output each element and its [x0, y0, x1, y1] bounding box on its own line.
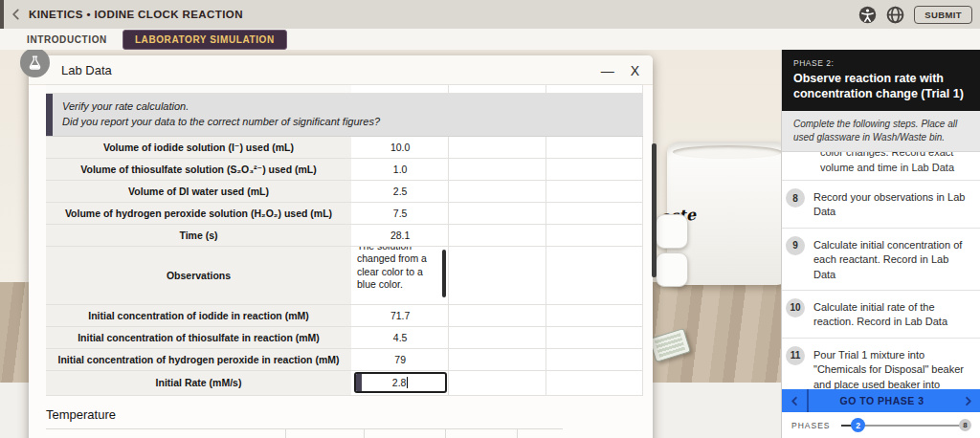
- trial2-cell[interactable]: [449, 225, 546, 246]
- trial1-cell[interactable]: 2.5: [352, 181, 449, 202]
- tab-introduction[interactable]: INTRODUCTION: [27, 34, 107, 45]
- phase-title: Observe reaction rate with concentration…: [793, 71, 969, 101]
- phases-progress: PHASES 2 8: [782, 412, 980, 438]
- trial2-cell[interactable]: [449, 305, 546, 326]
- trial1-cell[interactable]: 4.5: [352, 327, 449, 348]
- tab-laboratory-simulation[interactable]: LABORATORY SIMULATION: [122, 30, 287, 50]
- trial3-cell[interactable]: [546, 181, 643, 202]
- trial2-cell[interactable]: [449, 181, 546, 202]
- row-label: Initial Rate (mM/s): [46, 371, 352, 395]
- step-number: 8: [786, 188, 805, 208]
- phase-note: Complete the following steps. Place all …: [782, 111, 980, 152]
- trial2-cell[interactable]: [449, 327, 546, 348]
- text-caret: [407, 377, 408, 388]
- wash-waste-bin-rim: [673, 145, 782, 159]
- table-row: Volume of iodide solution (I⁻) used (mL)…: [46, 137, 643, 159]
- trial1-cell: 2.8: [352, 371, 449, 395]
- trial2-cell[interactable]: [449, 137, 546, 158]
- scene-tool-button-bottom[interactable]: [656, 252, 688, 287]
- trial2-cell[interactable]: [449, 159, 546, 180]
- step-item-8: 8 Record your observations in Lab Data: [782, 181, 980, 229]
- step-number: 11: [786, 346, 805, 365]
- step-item-10: 10 Calculate initial rate of the reactio…: [782, 291, 980, 339]
- observations-scrollbar[interactable]: [442, 250, 446, 297]
- go-to-phase-bar: GO TO PHASE 3: [782, 389, 980, 412]
- trial2-cell[interactable]: [449, 349, 546, 370]
- note-line-1: Verify your rate calculation.: [62, 99, 380, 115]
- submit-button[interactable]: SUBMIT: [914, 6, 972, 24]
- table-row: Time (s) 28.1: [46, 225, 643, 247]
- trial1-cell[interactable]: 71.7: [352, 305, 449, 326]
- step-text: Record your observations in Lab Data: [813, 188, 972, 220]
- row-label: Time (s): [46, 225, 352, 246]
- topbar-actions: SUBMIT: [858, 0, 972, 29]
- trial3-cell[interactable]: [546, 247, 643, 304]
- trial1-cell[interactable]: 1.0: [352, 159, 449, 180]
- step-text: Calculate initial rate of the reaction. …: [813, 298, 972, 330]
- trial3-cell[interactable]: [546, 225, 643, 246]
- trial1-cell[interactable]: 28.1: [352, 225, 449, 246]
- trial3-cell[interactable]: [546, 327, 643, 348]
- step-number: 10: [786, 298, 805, 318]
- table-row: Volume of DI water used (mL) 2.5: [46, 181, 643, 203]
- step-item-clipped: color changes. Record exact volume and t…: [782, 152, 980, 181]
- trial2-cell[interactable]: [449, 203, 546, 224]
- step-number: 9: [786, 236, 805, 255]
- step-clipped-text: color changes. Record exact volume and t…: [782, 152, 980, 175]
- accessibility-icon: [858, 6, 877, 24]
- previous-phase-button[interactable]: [782, 389, 809, 412]
- trial1-cell[interactable]: 10.0: [352, 137, 449, 158]
- row-label: Volume of DI water used (mL): [46, 181, 352, 202]
- input-grip: [356, 374, 362, 391]
- window-scrollbar[interactable]: [652, 143, 657, 277]
- topbar: KINETICS • IODINE CLOCK REACTION SUBMIT: [0, 0, 980, 29]
- window-title: Lab Data: [61, 63, 112, 77]
- flask-icon: [20, 50, 50, 77]
- initial-rate-input[interactable]: 2.8: [354, 372, 447, 393]
- trial3-cell[interactable]: [546, 349, 643, 370]
- table-row-clipped: [46, 84, 643, 94]
- current-phase-badge: 2: [851, 418, 865, 432]
- row-label: Initial concentration of thiosulfate in …: [46, 327, 352, 348]
- table-row: Initial concentration of hydrogen peroxi…: [46, 349, 643, 371]
- trial3-cell[interactable]: [546, 371, 643, 395]
- minimize-button[interactable]: —: [601, 64, 614, 77]
- go-to-phase-button[interactable]: GO TO PHASE 3: [809, 389, 955, 412]
- trial3-cell[interactable]: [546, 305, 643, 326]
- observations-row: Observations The solution changed from a…: [46, 247, 643, 305]
- trial3-cell[interactable]: [546, 159, 643, 180]
- step-text: Calculate initial concentration of each …: [813, 236, 972, 282]
- note-text: Verify your rate calculation. Did you re…: [53, 94, 390, 136]
- simulation-stage: aste Lab Data — X: [0, 50, 980, 438]
- trial2-cell[interactable]: [449, 371, 546, 395]
- lab-data-table: Verify your rate calculation. Did you re…: [46, 84, 643, 396]
- trial2-cell[interactable]: [449, 247, 546, 304]
- back-button[interactable]: [4, 0, 29, 29]
- lab-data-window: Lab Data — X Verify you: [29, 55, 653, 438]
- close-button[interactable]: X: [631, 64, 639, 77]
- trial1-cell[interactable]: 79: [352, 349, 449, 370]
- phase-header: PHASE 2: Observe reaction rate with conc…: [782, 50, 980, 111]
- trial3-cell[interactable]: [546, 137, 643, 158]
- scene-tool-button-top[interactable]: [656, 214, 688, 249]
- lab-data-window-header[interactable]: Lab Data — X: [29, 55, 653, 85]
- observations-text: The solution changed from a clear color …: [352, 247, 448, 292]
- trial3-cell[interactable]: [546, 203, 643, 224]
- note-accent-bar: [46, 94, 53, 136]
- trial1-cell[interactable]: 7.5: [352, 203, 449, 224]
- chevron-left-icon: [10, 8, 23, 21]
- globe-icon: [886, 6, 904, 24]
- accessibility-button[interactable]: [858, 6, 877, 24]
- chevron-left-icon: [790, 396, 800, 406]
- tabbar: INTRODUCTION LABORATORY SIMULATION: [0, 29, 980, 50]
- next-phase-button[interactable]: [955, 389, 980, 412]
- observations-trial1-cell[interactable]: The solution changed from a clear color …: [352, 247, 449, 304]
- row-label: Initial concentration of iodide in react…: [46, 305, 352, 326]
- page-title: KINETICS • IODINE CLOCK REACTION: [29, 9, 243, 20]
- note-line-2: Did you report your data to the correct …: [62, 115, 380, 130]
- initial-rate-value: 2.8: [392, 377, 407, 388]
- table-row: Initial concentration of iodide in react…: [46, 305, 643, 327]
- sidebar-footer: GO TO PHASE 3 PHASES 2 8: [782, 389, 980, 438]
- language-button[interactable]: [886, 6, 904, 24]
- row-label: Initial concentration of hydrogen peroxi…: [46, 349, 352, 370]
